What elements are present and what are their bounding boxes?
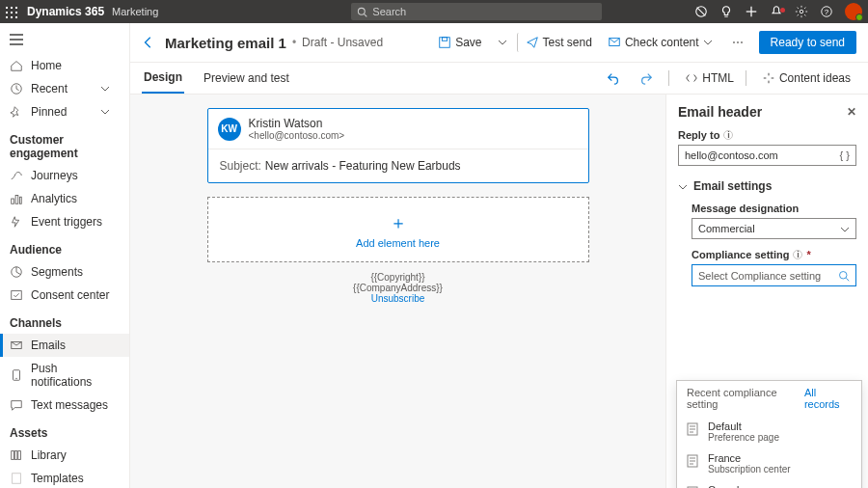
tab-preview[interactable]: Preview and test — [202, 64, 291, 93]
svg-line-12 — [697, 8, 706, 16]
save-chevron[interactable] — [492, 35, 513, 50]
help-icon[interactable]: ? — [814, 5, 839, 19]
ideas-label: Content ideas — [779, 71, 851, 85]
test-send-button[interactable]: Test send — [517, 33, 598, 52]
sender-address: <hello@contoso.com> — [249, 130, 345, 141]
notifications-icon[interactable] — [764, 5, 789, 19]
global-search-input[interactable]: Search — [351, 3, 602, 20]
nav-home-label: Home — [31, 59, 62, 72]
nav-emails[interactable]: Emails — [0, 334, 129, 357]
option-primary: Default — [708, 420, 779, 432]
nav-journeys-label: Journeys — [31, 169, 78, 182]
nav-home[interactable]: Home — [0, 54, 129, 77]
info-icon[interactable]: i — [723, 130, 733, 140]
svg-rect-35 — [440, 38, 450, 48]
msg-designation-select[interactable]: Commercial — [692, 218, 856, 239]
compliance-option[interactable]: Default Preference page — [677, 416, 861, 447]
journey-icon — [10, 169, 23, 182]
check-content-label: Check content — [625, 36, 699, 49]
svg-rect-8 — [15, 16, 17, 18]
close-panel-button[interactable]: ✕ — [847, 105, 856, 119]
option-primary: France — [708, 452, 791, 464]
dropdown-all-records[interactable]: All records — [804, 387, 852, 410]
email-icon — [10, 339, 23, 352]
back-button[interactable] — [142, 36, 155, 50]
compliance-option[interactable]: France Subscription center — [677, 447, 861, 479]
nav-section-channels: Channels — [0, 307, 129, 334]
code-icon — [685, 71, 698, 85]
nav-emails-label: Emails — [31, 339, 66, 352]
save-button[interactable]: Save — [432, 33, 487, 52]
footer-unsubscribe[interactable]: Unsubscribe — [169, 293, 627, 304]
nav-templates-label: Templates — [31, 472, 84, 485]
hamburger-icon[interactable] — [0, 23, 129, 54]
nav-analytics[interactable]: Analytics — [0, 187, 129, 210]
info-icon[interactable]: i — [793, 250, 802, 259]
pin-icon — [10, 105, 23, 119]
nav-text-messages[interactable]: Text messages — [0, 393, 129, 417]
ready-to-send-button[interactable]: Ready to send — [759, 31, 856, 54]
nav-text-label: Text messages — [31, 398, 108, 412]
page-header: Marketing email 1 • Draft - Unsaved Save… — [130, 23, 868, 63]
brand-subname: Marketing — [104, 6, 158, 17]
editor-tabs: Design Preview and test HTML Content ide… — [130, 63, 868, 95]
reply-to-label: Reply to — [678, 129, 719, 141]
html-button[interactable]: HTML — [679, 68, 740, 89]
svg-rect-23 — [12, 199, 14, 203]
compliance-lookup[interactable]: Select Compliance setting — [692, 264, 856, 286]
reply-to-input[interactable]: hello@contoso.com { } — [678, 145, 856, 166]
nav-consent-center[interactable]: Consent center — [0, 284, 129, 307]
nav-event-triggers[interactable]: Event triggers — [0, 210, 129, 233]
panel-title: Email header — [678, 104, 762, 120]
test-send-label: Test send — [543, 36, 592, 49]
svg-line-10 — [365, 14, 367, 16]
dropdown-recent-label: Recent compliance setting — [687, 387, 804, 410]
search-icon[interactable] — [838, 269, 850, 282]
global-topbar: Dynamics 365 Marketing Search ? — [0, 0, 868, 23]
nav-pinned-label: Pinned — [31, 105, 67, 119]
email-header-card[interactable]: KW Kristin Watson <hello@contoso.com> Su… — [207, 108, 589, 183]
undo-button[interactable] — [601, 68, 630, 89]
nav-journeys[interactable]: Journeys — [0, 164, 129, 187]
assistant-icon[interactable] — [689, 5, 714, 19]
email-settings-section[interactable]: Email settings — [678, 179, 856, 193]
svg-rect-24 — [15, 196, 18, 204]
more-button[interactable]: ⋯ — [726, 33, 749, 52]
nav-templates[interactable]: Templates — [0, 467, 129, 488]
segment-icon — [10, 265, 23, 279]
nav-library-label: Library — [31, 448, 67, 462]
nav-recent[interactable]: Recent — [0, 77, 129, 100]
nav-pinned[interactable]: Pinned — [0, 100, 129, 123]
nav-library[interactable]: Library — [0, 444, 129, 467]
lightbulb-icon[interactable] — [714, 5, 739, 19]
push-icon — [10, 368, 23, 382]
tab-design[interactable]: Design — [142, 63, 184, 94]
svg-point-30 — [15, 378, 16, 379]
add-icon[interactable] — [739, 5, 764, 19]
chevron-down-icon — [98, 107, 112, 117]
reply-to-value: hello@contoso.com — [685, 149, 778, 161]
svg-rect-34 — [13, 474, 21, 484]
nav-push[interactable]: Push notifications — [0, 357, 129, 393]
settings-icon[interactable] — [789, 5, 814, 19]
redo-button[interactable] — [634, 68, 663, 89]
svg-rect-5 — [15, 12, 17, 14]
content-ideas-button[interactable]: Content ideas — [756, 68, 856, 89]
nav-consent-label: Consent center — [31, 288, 109, 302]
sender-avatar: KW — [218, 118, 241, 141]
app-launcher-icon[interactable] — [0, 5, 23, 18]
compliance-value: Select Compliance setting — [698, 270, 821, 282]
nav-segments[interactable]: Segments — [0, 260, 129, 284]
plus-icon: ＋ — [390, 211, 407, 234]
compliance-option[interactable]: Canada External link — [677, 479, 861, 488]
subject-label: Subject: — [220, 159, 261, 173]
consent-icon — [10, 288, 23, 302]
chevron-down-icon — [98, 84, 112, 94]
nav-section-assets: Assets — [0, 417, 129, 444]
check-content-button[interactable]: Check content — [602, 33, 722, 52]
add-element-zone[interactable]: ＋ Add element here — [207, 197, 589, 262]
chevron-down-icon — [840, 223, 850, 234]
user-avatar[interactable] — [845, 3, 862, 20]
nav-segments-label: Segments — [31, 265, 83, 279]
personalization-icon[interactable]: { } — [840, 149, 850, 161]
